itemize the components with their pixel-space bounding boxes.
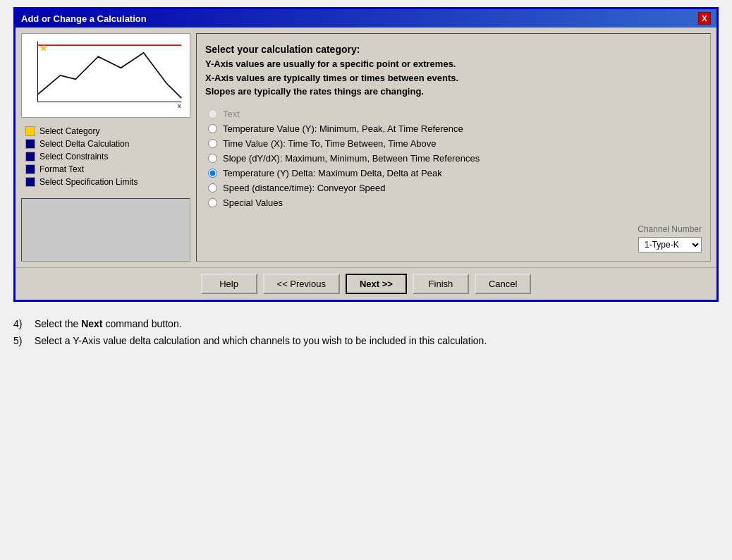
steps-list: Select Category Select Delta Calculation… bbox=[21, 122, 190, 191]
bottom-preview-box bbox=[21, 198, 190, 262]
dialog-window: Add or Change a Calculation X ★ bbox=[13, 7, 719, 302]
radio-time-value[interactable] bbox=[208, 139, 217, 148]
radio-label-time-value: Time Value (X): Time To, Time Between, T… bbox=[223, 138, 437, 149]
instruction-text: Select your calculation category: Y-Axis… bbox=[205, 42, 702, 99]
finish-button[interactable]: Finish bbox=[413, 274, 469, 294]
step-icon-1 bbox=[25, 139, 35, 149]
chart-area: ★ x bbox=[21, 33, 190, 118]
step-label-2: Select Constraints bbox=[39, 152, 108, 162]
radio-item-speed: Speed (distance/time): Conveyor Speed bbox=[208, 183, 702, 193]
radio-item-temperature-delta: Temperature (Y) Delta: Maximum Delta, De… bbox=[208, 168, 702, 178]
radio-text[interactable] bbox=[208, 109, 217, 118]
radio-temperature-delta[interactable] bbox=[208, 169, 217, 178]
step-item-0: Select Category bbox=[21, 125, 190, 138]
below-item-5-num: 5) bbox=[13, 333, 30, 350]
radio-slope[interactable] bbox=[208, 154, 217, 163]
radio-item-text: Text bbox=[208, 109, 702, 119]
below-text-item-5: 5) Select a Y-Axis value delta calculati… bbox=[13, 333, 719, 350]
radio-special-values[interactable] bbox=[208, 198, 217, 207]
radio-label-temperature-delta: Temperature (Y) Delta: Maximum Delta, De… bbox=[223, 168, 442, 178]
channel-select[interactable]: 1-Type-K 2-Type-K 3-Type-K bbox=[638, 237, 702, 252]
channel-number-label: Channel Number bbox=[638, 224, 702, 234]
instruction-line2: Y-Axis values are usually for a specific… bbox=[205, 57, 702, 71]
step-label-1: Select Delta Calculation bbox=[39, 139, 129, 149]
step-icon-0 bbox=[25, 126, 35, 136]
left-panel: ★ x Select Category Select Delta Calcula… bbox=[21, 33, 190, 262]
svg-text:x: x bbox=[178, 102, 181, 109]
radio-item-temperature-value: Temperature Value (Y): Minimum, Peak, At… bbox=[208, 123, 702, 134]
radio-speed[interactable] bbox=[208, 183, 217, 193]
previous-button[interactable]: << Previous bbox=[263, 274, 340, 294]
next-button[interactable]: Next >> bbox=[346, 274, 407, 294]
step-label-4: Select Specification Limits bbox=[39, 177, 138, 187]
step-label-3: Format Text bbox=[39, 164, 84, 174]
radio-label-temperature-value: Temperature Value (Y): Minimum, Peak, At… bbox=[223, 123, 463, 134]
dialog-titlebar: Add or Change a Calculation X bbox=[16, 9, 716, 28]
below-item-4-num: 4) bbox=[13, 316, 30, 333]
step-item-3: Format Text bbox=[21, 163, 190, 176]
step-item-4: Select Specification Limits bbox=[21, 176, 190, 188]
dialog-body: ★ x Select Category Select Delta Calcula… bbox=[16, 28, 716, 267]
next-bold: Next bbox=[81, 318, 102, 329]
instruction-line4: Slopes are typically the rates things ar… bbox=[205, 85, 702, 99]
help-button[interactable]: Help bbox=[201, 274, 257, 294]
step-item-2: Select Constraints bbox=[21, 150, 190, 163]
channel-area: Channel Number 1-Type-K 2-Type-K 3-Type-… bbox=[205, 224, 702, 252]
radio-label-slope: Slope (dY/dX): Maximum, Minimum, Between… bbox=[223, 153, 480, 164]
close-button[interactable]: X bbox=[698, 12, 711, 25]
below-text-item-4: 4) Select the Next command button. bbox=[13, 316, 719, 333]
cancel-button[interactable]: Cancel bbox=[475, 274, 531, 294]
step-icon-4 bbox=[25, 177, 35, 187]
below-text-area: 4) Select the Next command button. 5) Se… bbox=[13, 316, 719, 350]
step-item-1: Select Delta Calculation bbox=[21, 138, 190, 150]
svg-text:★: ★ bbox=[39, 42, 48, 53]
below-item-5-text: Select a Y-Axis value delta calculation … bbox=[35, 333, 487, 350]
below-item-4-text: Select the Next command button. bbox=[35, 316, 182, 333]
radio-item-time-value: Time Value (X): Time To, Time Between, T… bbox=[208, 138, 702, 149]
radio-item-special-values: Special Values bbox=[208, 197, 702, 208]
instruction-line1: Select your calculation category: bbox=[205, 42, 702, 57]
dialog-title: Add or Change a Calculation bbox=[21, 13, 147, 24]
step-label-0: Select Category bbox=[39, 126, 99, 136]
radio-label-speed: Speed (distance/time): Conveyor Speed bbox=[223, 183, 386, 193]
instruction-line3: X-Axis values are typically times or tim… bbox=[205, 71, 702, 85]
step-icon-3 bbox=[25, 164, 35, 174]
radio-label-special-values: Special Values bbox=[223, 197, 283, 208]
right-panel: Select your calculation category: Y-Axis… bbox=[196, 33, 711, 262]
radio-temperature-value[interactable] bbox=[208, 124, 217, 133]
radio-group: Text Temperature Value (Y): Minimum, Pea… bbox=[205, 109, 702, 212]
step-icon-2 bbox=[25, 152, 35, 162]
dialog-footer: Help << Previous Next >> Finish Cancel bbox=[16, 267, 716, 300]
radio-label-text: Text bbox=[223, 109, 240, 119]
radio-item-slope: Slope (dY/dX): Maximum, Minimum, Between… bbox=[208, 153, 702, 164]
